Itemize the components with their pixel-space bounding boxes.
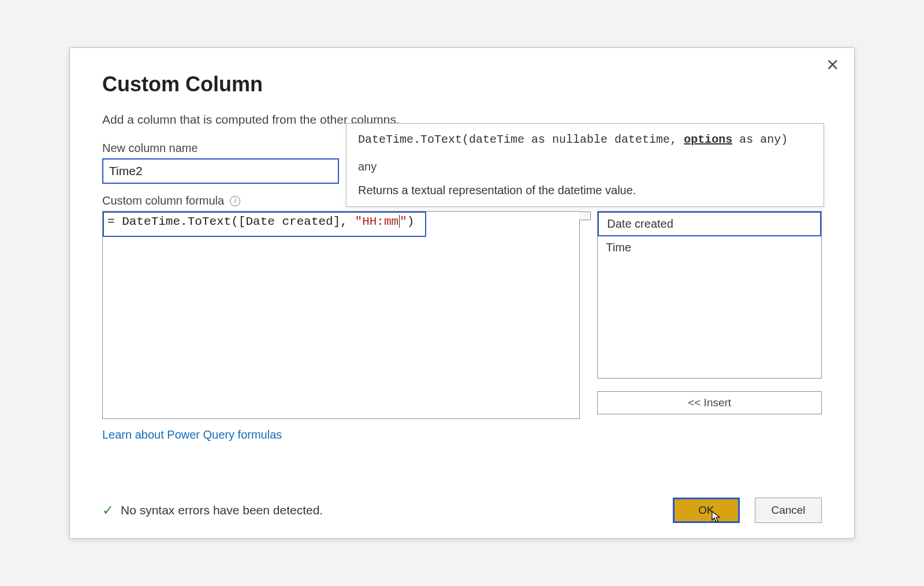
formula-scrollbar[interactable] xyxy=(579,212,591,220)
tooltip-return-type: any xyxy=(358,160,812,173)
new-column-name-input[interactable] xyxy=(102,158,339,184)
custom-column-formula-label: Custom column formula xyxy=(102,194,224,207)
syntax-status-text: No syntax errors have been detected. xyxy=(121,503,323,517)
available-columns-list[interactable]: Date created Time xyxy=(597,211,822,379)
ok-button[interactable]: OK xyxy=(673,498,740,523)
learn-link[interactable]: Learn about Power Query formulas xyxy=(102,428,822,442)
tooltip-p1-type: nullable datetime xyxy=(552,133,670,146)
info-icon[interactable]: i xyxy=(230,196,240,206)
intellisense-tooltip: DateTime.ToText(dateTime as nullable dat… xyxy=(346,123,824,207)
formula-text: = DateTime.ToText([Date created], "HH:mm… xyxy=(107,215,414,228)
custom-column-formula-input[interactable]: = DateTime.ToText([Date created], "HH:mm… xyxy=(102,211,580,419)
custom-column-dialog: ✕ Custom Column Add a column that is com… xyxy=(69,47,855,539)
close-button[interactable]: ✕ xyxy=(824,57,840,73)
tooltip-signature: DateTime.ToText(dateTime as nullable dat… xyxy=(358,133,812,146)
syntax-status: ✓ No syntax errors have been detected. xyxy=(102,502,323,518)
tooltip-p1: dateTime xyxy=(469,133,524,146)
check-icon: ✓ xyxy=(102,502,114,518)
cancel-button[interactable]: Cancel xyxy=(755,498,822,523)
tooltip-description: Returns a textual representation of the … xyxy=(358,184,812,197)
tooltip-p2: options xyxy=(684,133,732,146)
insert-column-button[interactable]: << Insert xyxy=(597,391,822,414)
tooltip-p2-type: any xyxy=(760,133,781,146)
available-column-item[interactable]: Date created xyxy=(598,212,821,236)
ok-button-label: OK xyxy=(698,504,714,516)
tooltip-fn: DateTime.ToText xyxy=(358,133,462,146)
dialog-title: Custom Column xyxy=(102,72,822,97)
available-column-item[interactable]: Time xyxy=(598,236,821,259)
